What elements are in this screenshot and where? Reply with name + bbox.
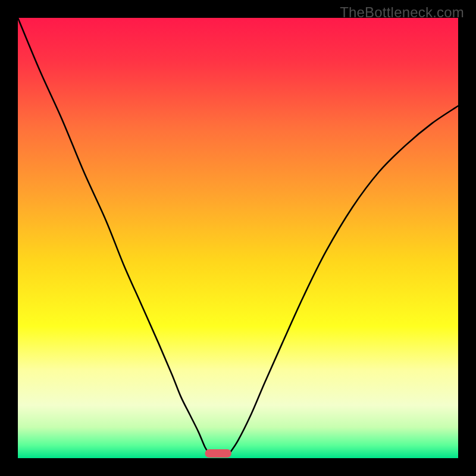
- plot-area: [18, 18, 458, 458]
- chart-background: [18, 18, 458, 458]
- minimum-marker: [205, 449, 231, 458]
- chart-svg: [18, 18, 458, 458]
- minimum-marker-pill: [205, 449, 231, 458]
- chart-frame: TheBottleneck.com: [0, 0, 476, 476]
